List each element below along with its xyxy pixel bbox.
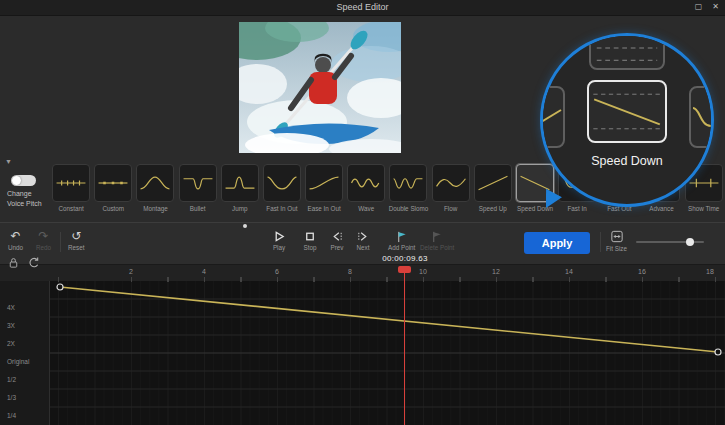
stop-icon: [303, 230, 317, 243]
preset-curve-icon: [432, 164, 470, 202]
preset-label: Bullet: [190, 205, 206, 212]
preset-scroll-dot[interactable]: [243, 224, 247, 228]
stop-button[interactable]: Stop: [303, 230, 317, 251]
speed-curve-canvas: [50, 281, 725, 425]
maximize-button[interactable]: ▢: [695, 2, 703, 11]
preset-label: Custom: [102, 205, 124, 212]
preset-label: Double Slomo: [389, 205, 429, 212]
video-preview: [239, 22, 401, 153]
voice-pitch-label-line2: Voice Pitch: [7, 200, 42, 207]
preset-label: Montage: [143, 205, 168, 212]
callout-thumb-partial-left: [540, 86, 565, 148]
preset-label: Wave: [358, 205, 374, 212]
play-button[interactable]: Play: [272, 230, 286, 251]
zoom-slider[interactable]: [636, 241, 704, 243]
kayaker-preview-image: [239, 22, 401, 153]
titlebar: Speed Editor ▢ ✕: [0, 0, 725, 16]
speed-down-curve-icon: [594, 99, 660, 124]
preset-label: Advance: [649, 205, 674, 212]
loop-arrow-icon: [27, 256, 40, 269]
zoom-slider-knob[interactable]: [686, 238, 694, 246]
ruler-tick: 16: [632, 268, 652, 275]
ruler-tick: 18: [700, 268, 720, 275]
play-icon: [272, 230, 286, 243]
preset-curve-icon: [136, 164, 174, 202]
preset-label: Speed Up: [479, 205, 507, 212]
redo-label: Redo: [36, 244, 51, 251]
fit-size-icon: [609, 229, 625, 244]
preset-label: Constant: [58, 205, 83, 212]
playhead-line: [404, 273, 405, 425]
curve-end-point[interactable]: [715, 349, 721, 355]
speed-down-callout: Speed Down: [540, 33, 714, 207]
add-point-label: Add Point: [388, 244, 415, 251]
undo-button[interactable]: ↶ Undo: [8, 230, 23, 251]
ruler-tick-marks: [58, 277, 718, 282]
preset-constant[interactable]: Constant: [50, 164, 92, 222]
callout-thumb-partial-top: [589, 33, 665, 70]
apply-button[interactable]: Apply: [524, 232, 590, 254]
scale-label: 3X: [7, 322, 15, 329]
redo-icon: ↷: [39, 230, 49, 243]
preset-speed-up[interactable]: Speed Up: [472, 164, 514, 222]
preset-fast-in-out[interactable]: Fast In Out: [261, 164, 303, 222]
preset-curve-icon: [179, 164, 217, 202]
collapse-arrow-icon[interactable]: ▼: [5, 158, 12, 165]
preset-ease-in-out[interactable]: Ease In Out: [303, 164, 345, 222]
next-label: Next: [357, 244, 370, 251]
prev-icon: [330, 230, 344, 243]
delete-point-label: Delete Point: [420, 244, 454, 251]
preset-jump[interactable]: Jump: [219, 164, 261, 222]
scale-label: 1/3: [7, 394, 16, 401]
delete-point-flag-icon: [430, 230, 444, 243]
lock-button[interactable]: [5, 255, 21, 269]
preset-flow[interactable]: Flow: [430, 164, 472, 222]
scale-label: 1/4: [7, 412, 16, 419]
preset-custom[interactable]: Custom: [92, 164, 134, 222]
prev-label: Prev: [331, 244, 344, 251]
curve-start-point[interactable]: [57, 284, 63, 290]
speed-curve-editor[interactable]: [50, 281, 725, 425]
timeline-ruler[interactable]: 2 4 6 8 10 12 14 16 18: [0, 264, 725, 281]
preset-label: Show Time: [688, 205, 719, 212]
scale-label: 4X: [7, 304, 15, 311]
playhead-handle[interactable]: [398, 266, 411, 273]
ruler-tick: 14: [559, 268, 579, 275]
ruler-tick: 6: [267, 268, 287, 275]
preset-label: Flow: [444, 205, 457, 212]
next-icon: [356, 230, 370, 243]
reset-button[interactable]: ↺ Reset: [68, 230, 84, 251]
preset-label: Fast In: [568, 205, 587, 212]
reset-icon: ↺: [71, 230, 81, 243]
preset-label: Ease In Out: [307, 205, 340, 212]
preset-double-slomo[interactable]: Double Slomo: [387, 164, 429, 222]
delete-point-button: Delete Point: [420, 230, 454, 251]
fit-size-button[interactable]: Fit Size: [606, 229, 627, 252]
undo-icon: ↶: [11, 230, 21, 243]
voice-pitch-toggle[interactable]: [11, 175, 36, 186]
close-button[interactable]: ✕: [712, 2, 719, 11]
loop-button[interactable]: [25, 255, 41, 269]
ruler-tick: 2: [121, 268, 141, 275]
preset-bullet[interactable]: Bullet: [177, 164, 219, 222]
ruler-tick: 10: [413, 268, 433, 275]
callout-label: Speed Down: [543, 154, 711, 168]
current-time: 00:00:09.63: [375, 254, 435, 263]
callout-speed-down-thumb: [587, 80, 667, 143]
add-point-button[interactable]: Add Point: [388, 230, 415, 251]
toolbar: ↶ Undo ↷ Redo ↺ Reset Play Stop Prev Nex…: [0, 222, 725, 264]
preset-curve-icon: [52, 164, 90, 202]
window-title: Speed Editor: [0, 2, 725, 12]
toggle-knob: [12, 176, 21, 185]
preset-curve-icon: [305, 164, 343, 202]
prev-point-button[interactable]: Prev: [330, 230, 344, 251]
preset-curve-icon: [221, 164, 259, 202]
preset-wave[interactable]: Wave: [345, 164, 387, 222]
preset-montage[interactable]: Montage: [134, 164, 176, 222]
speed-scale-column: 4X 3X 2X Original 1/2 1/3 1/4: [0, 281, 50, 425]
next-point-button[interactable]: Next: [356, 230, 370, 251]
ruler-tick: 12: [486, 268, 506, 275]
preset-curve-icon: [474, 164, 512, 202]
preset-curve-icon: [347, 164, 385, 202]
voice-pitch-label-line1: Change: [7, 190, 32, 197]
